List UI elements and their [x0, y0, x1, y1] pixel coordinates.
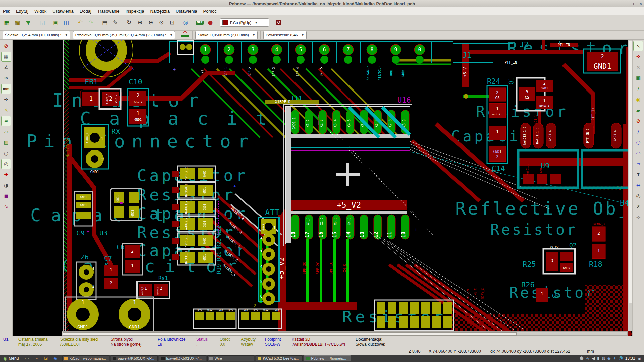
add-polygon-button[interactable]: ▱	[633, 159, 643, 169]
battery-icon[interactable]: ▮	[597, 356, 599, 360]
via-size-select[interactable]: Przelotka: 0,89 mm (35,0 mils)/ 0,64 mm …	[73, 31, 175, 39]
taskbar-window-button[interactable]: pawel@K501UX ~/P...	[111, 355, 158, 361]
cursor-shape-button[interactable]: ✛	[1, 95, 11, 105]
zoom-out-button[interactable]: ⊖	[146, 18, 156, 28]
redraw-button[interactable]: ↻	[124, 18, 134, 28]
footprint-viewer-button[interactable]: ◫	[61, 18, 71, 28]
local-ratsnest-button[interactable]: ✕	[633, 62, 643, 72]
vscroll-thumb[interactable]	[629, 41, 632, 303]
menu-button[interactable]: ◉ Menu	[0, 355, 22, 362]
browser-icon[interactable]: ◉	[51, 355, 59, 361]
delete-items-button[interactable]: ✗	[633, 202, 643, 212]
title-bar[interactable]: Pcbnew — /home/pawel/Pobrane/Nakladka_na…	[0, 0, 644, 8]
volume-icon[interactable]: ◀	[592, 356, 595, 360]
zones-show-button[interactable]: ▰	[1, 116, 11, 126]
layers-manager-button[interactable]: ≣	[1, 191, 11, 201]
add-arc-button[interactable]: ◠	[633, 148, 643, 158]
shield-icon[interactable]: ◆	[607, 356, 610, 360]
tracks-sketch-button[interactable]: ✚	[1, 170, 11, 180]
grid-visibility-button[interactable]: ▦	[1, 52, 11, 62]
add-circle-button[interactable]: ○	[633, 137, 643, 147]
menu-item-edytuj[interactable]: Edytuj	[13, 8, 31, 14]
terminal-icon[interactable]: »	[32, 355, 40, 361]
select-tool-button[interactable]: ↖	[633, 41, 643, 51]
add-footprint-button[interactable]: ▣	[633, 73, 643, 83]
redo-button[interactable]: ↷	[86, 18, 96, 28]
cluster-nets: +5V2	[242, 309, 248, 311]
netlist-button[interactable]: NET	[195, 18, 205, 28]
open-board-button[interactable]: ▩	[12, 18, 22, 28]
microwave-tool-button[interactable]: ↺	[274, 18, 284, 28]
page-settings-button[interactable]: ◱	[37, 18, 47, 28]
route-tracks-button[interactable]: ∕	[633, 84, 643, 94]
ratsnest-visibility-button[interactable]: ✳	[1, 105, 11, 115]
horizontal-scrollbar[interactable]	[62, 331, 628, 336]
drc-button[interactable]: ●	[205, 18, 215, 28]
update-icon[interactable]: ◍	[602, 356, 605, 360]
high-contrast-button[interactable]: ◑	[1, 180, 11, 190]
save-board-button[interactable]: ▼	[23, 18, 33, 28]
taskbar-window-button[interactable]: KiCad - wspomagan...	[62, 355, 109, 361]
att-numbers: 3	[260, 250, 262, 254]
drc-off-button[interactable]: ⊘	[1, 41, 11, 51]
ref-c6: C6	[117, 243, 125, 251]
minimize-button[interactable]: −	[625, 1, 628, 6]
polar-coords-button[interactable]: ∠	[1, 62, 11, 72]
zoom-fit-button[interactable]: ⊙	[156, 18, 166, 28]
taskbar-window-button[interactable]: KiCad 5.0.2-bee76a...	[256, 355, 303, 361]
add-via-button[interactable]: ◉	[633, 95, 643, 105]
user-icon[interactable]: ☻	[579, 356, 584, 360]
layer-selector[interactable]: F.Cu (PgUp) ▼	[220, 18, 269, 27]
find-items-button[interactable]: ◎	[181, 18, 191, 28]
bluetooth-icon[interactable]: ✦	[613, 356, 616, 360]
plot-button[interactable]: ✎	[110, 18, 120, 28]
menu-item-narzędzia[interactable]: Narzędzia	[147, 8, 173, 14]
pcb-canvas[interactable]: ResistorResistorCapacitorInductorCapacit…	[13, 40, 632, 336]
show-desktop-icon[interactable]: ▭	[23, 355, 31, 361]
add-line-button[interactable]: ∕	[633, 127, 643, 137]
add-dimension-button[interactable]: ↔	[633, 180, 643, 190]
menu-item-pomoc[interactable]: Pomoc	[200, 8, 220, 14]
microwave-items-button[interactable]: ∿	[1, 202, 11, 212]
new-board-button[interactable]: ▦	[2, 18, 12, 28]
vias-sketch-button[interactable]: ◎	[1, 159, 11, 169]
close-button[interactable]: ×	[639, 1, 642, 6]
files-icon[interactable]: ◪	[42, 355, 50, 361]
grid-select[interactable]: Siatka: 0,0508 mm (2,00 mils) ▼	[195, 31, 258, 39]
vertical-scrollbar[interactable]	[628, 40, 632, 331]
menu-item-plik[interactable]: Plik	[0, 8, 13, 14]
units-inches-button[interactable]: in	[1, 73, 11, 83]
menu-item-trasowanie[interactable]: Trasowanie	[94, 8, 123, 14]
menu-item-ustawienia[interactable]: Ustawienia	[49, 8, 77, 14]
menu-item-dodaj[interactable]: Dodaj	[77, 8, 94, 14]
units-mm-button[interactable]: mm	[1, 84, 11, 94]
add-keepout-button[interactable]: ⊘	[633, 116, 643, 126]
taskbar-window-button[interactable]: Pcbnew — /home/p...	[304, 355, 351, 361]
pads-sketch-button[interactable]: ○	[1, 148, 11, 158]
undo-button[interactable]: ↶	[75, 18, 85, 28]
drill-origin-button[interactable]: ◎	[633, 191, 643, 201]
pcb-canvas-svg[interactable]: ResistorResistorCapacitorInductorCapacit…	[13, 40, 632, 336]
hscroll-thumb[interactable]	[63, 332, 517, 336]
zones-hatch-button[interactable]: ▨	[1, 137, 11, 147]
skype-icon[interactable]: Ⓢ	[619, 356, 623, 360]
zones-outline-button[interactable]: ▱	[1, 127, 11, 137]
maximize-button[interactable]: +	[632, 1, 635, 6]
add-zone-button[interactable]: ▰	[633, 105, 643, 115]
taskbar-window-button[interactable]: [pawel@K501UX ~/...	[159, 355, 206, 361]
menu-item-ustawienia[interactable]: Ustawienia	[173, 8, 200, 14]
zoom-select[interactable]: Powiększenie 8,46 ▼	[263, 31, 307, 39]
track-width-select[interactable]: Ścieżka: 0,254 mm (10,00 mils) * ▼	[3, 31, 70, 39]
workspace-icon[interactable]: ▣	[638, 356, 641, 360]
wifi-icon[interactable]: ∿	[586, 356, 589, 360]
zoom-in-button[interactable]: ⊕	[135, 18, 145, 28]
footprint-editor-button[interactable]: ▣	[51, 18, 61, 28]
menu-item-widok[interactable]: Widok	[31, 8, 49, 14]
grid-origin-button[interactable]: ✛	[633, 213, 643, 223]
print-button[interactable]: ▤	[100, 18, 110, 28]
menu-item-inspekcja[interactable]: Inspekcja	[123, 8, 147, 14]
highlight-net-button[interactable]: ✛	[633, 52, 643, 62]
zoom-selection-button[interactable]: ⊡	[167, 18, 177, 28]
add-text-button[interactable]: T	[633, 170, 643, 180]
taskbar-window-button[interactable]: Wire	[207, 355, 254, 361]
